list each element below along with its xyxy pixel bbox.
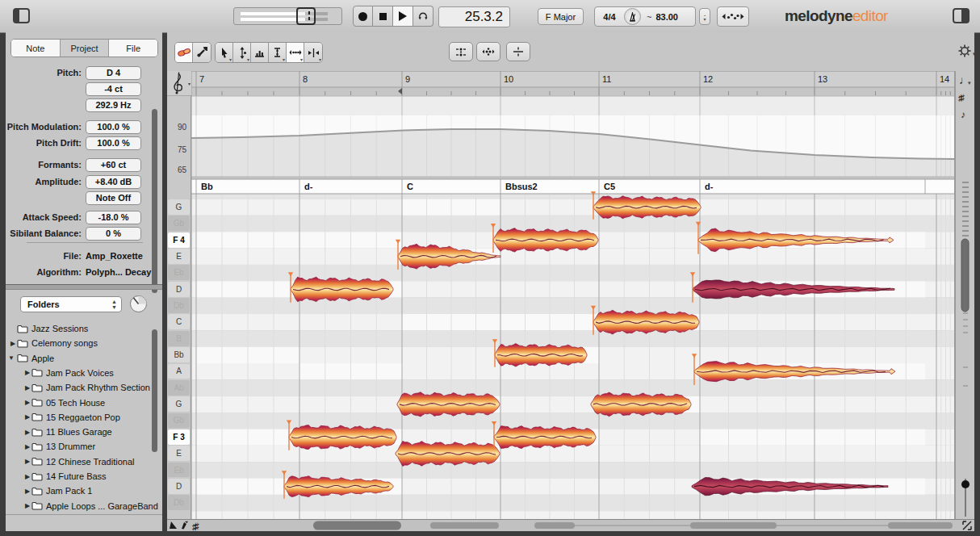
chord-label[interactable]: d- <box>304 182 313 191</box>
pitch-key-Ab3[interactable]: Ab <box>168 380 190 396</box>
browser-filter-select[interactable]: Folders ▲▼ <box>20 296 122 312</box>
pitch-key-Gb4[interactable]: Gb <box>168 216 190 231</box>
browser-item[interactable]: ▶05 Tech House <box>25 396 105 410</box>
pitch-key-E4[interactable]: E <box>168 249 190 264</box>
window-layout-toggle-icon[interactable] <box>953 8 970 23</box>
clef-selector[interactable]: ▾ <box>167 71 191 96</box>
browser-item[interactable]: ▶Apple Loops ... GarageBand <box>25 499 158 513</box>
zoom-resize-icon[interactable] <box>963 521 971 530</box>
browser-item[interactable]: ▶Celemony songs <box>10 336 98 350</box>
button-macro-pitch[interactable] <box>449 42 473 61</box>
panel-splitter[interactable] <box>6 284 162 290</box>
overview-segment[interactable] <box>888 522 953 529</box>
tool-separation-tool[interactable]: ▾ <box>304 43 322 62</box>
chord-label[interactable]: Bbsus2 <box>505 182 538 191</box>
browser-knob[interactable] <box>129 295 148 313</box>
disclosure-right-icon[interactable]: ▶ <box>25 369 31 376</box>
pitch-key-F3[interactable]: F 3 <box>168 429 190 445</box>
editor-canvas[interactable]: 7891011121314Bbd-CBbsus2C5d- <box>191 71 955 519</box>
pitch-key-G4[interactable]: G <box>168 199 190 215</box>
browser-item[interactable]: ▶Jam Pack Rhythm Section <box>25 380 150 395</box>
inspector-field[interactable]: -4 ct <box>86 82 141 96</box>
browser-item[interactable]: ▶12 Chinese Traditional <box>25 454 134 469</box>
pitch-key-E3[interactable]: E <box>168 446 190 461</box>
overview-bar[interactable]: ♯♯ <box>167 519 974 531</box>
chord-label[interactable]: d- <box>705 182 714 191</box>
inspector-scrollbar[interactable] <box>152 109 157 293</box>
double-sharp-icon[interactable]: ♯♯ <box>958 93 965 103</box>
chord-label[interactable]: C5 <box>604 182 615 191</box>
tool-wrench-tool[interactable] <box>193 43 211 62</box>
cycle-ruler[interactable] <box>191 87 955 96</box>
cycle-button[interactable] <box>413 6 433 27</box>
pitch-key-Gb3[interactable]: Gb <box>168 413 190 429</box>
disclosure-right-icon[interactable]: ▶ <box>25 429 31 436</box>
song-position-display[interactable]: 25.3.2 <box>438 6 510 27</box>
monitor-meter-widget[interactable] <box>233 7 342 25</box>
browser-item[interactable]: ▶Jam Pack Voices <box>25 366 114 380</box>
pitch-key-Eb4[interactable]: Eb <box>168 265 190 280</box>
inspector-field[interactable]: -18.0 % <box>86 211 141 224</box>
key-button[interactable]: F Major <box>538 8 584 25</box>
disclosure-down-icon[interactable]: ▼ <box>8 354 17 362</box>
tempo-stepper-button[interactable]: . ▾ <box>699 8 710 25</box>
tab-note[interactable]: Note <box>11 40 61 57</box>
pitch-key-Bb3[interactable]: Bb <box>168 347 190 362</box>
inspector-button[interactable]: Note Off <box>86 191 141 205</box>
browser-item[interactable]: ▼Apple <box>10 351 54 366</box>
pencil-icon[interactable] <box>182 521 188 530</box>
disclosure-right-icon[interactable]: ▶ <box>25 384 31 392</box>
browser-item[interactable]: Jazz Sessions <box>10 321 88 336</box>
tool-pitch-tool[interactable]: ▾ <box>233 43 251 62</box>
pitch-key-C4[interactable]: C <box>168 314 190 329</box>
browser-item[interactable]: ▶Jam Pack 1 <box>25 484 92 498</box>
note-assignment-button[interactable] <box>717 6 749 27</box>
tool-blob-tool[interactable] <box>175 43 193 62</box>
stop-button[interactable] <box>373 6 393 27</box>
tab-project[interactable]: Project <box>61 40 110 57</box>
browser-item[interactable]: ▶14 Future Bass <box>25 469 107 484</box>
sidebar-toggle-icon[interactable] <box>13 8 30 23</box>
button-macro-timing[interactable] <box>476 42 500 61</box>
disclosure-right-icon[interactable]: ▶ <box>25 443 31 450</box>
disclosure-right-icon[interactable]: ▶ <box>25 473 31 480</box>
inspector-field[interactable]: +60 ct <box>86 158 141 172</box>
disclosure-right-icon[interactable]: ▶ <box>25 399 31 406</box>
strip-canvas[interactable]: ♩▾♯♯♪ <box>956 71 974 519</box>
browser-item[interactable]: ▶15 Reggaeton Pop <box>25 410 120 425</box>
tab-file[interactable]: File <box>109 40 157 57</box>
disclosure-right-icon[interactable]: ▶ <box>25 488 31 495</box>
chord-label[interactable]: C <box>407 182 413 191</box>
browser-scrollbar[interactable] <box>152 329 157 452</box>
pitch-key-D4[interactable]: D <box>168 282 190 297</box>
eighth-note-icon[interactable]: ♪ <box>961 109 965 120</box>
note-blob-C4[interactable] <box>593 310 699 334</box>
tool-timing-tool[interactable]: ▾ <box>287 43 304 62</box>
tool-amplitude-tool[interactable]: ▾ <box>269 43 287 62</box>
inspector-field[interactable]: 100.0 % <box>86 136 141 150</box>
pitch-key-Db4[interactable]: Db <box>168 298 190 313</box>
overview-segment[interactable] <box>690 522 777 529</box>
disclosure-right-icon[interactable]: ▶ <box>25 413 31 421</box>
button-macro-separation[interactable] <box>506 42 530 61</box>
overview-segment[interactable] <box>430 522 499 529</box>
overview-segment[interactable] <box>313 521 401 530</box>
pitch-key-F4[interactable]: F 4 <box>168 232 190 248</box>
tool-pointer-tool[interactable]: ▾ <box>216 43 233 62</box>
playback-cursor-icon[interactable] <box>170 521 177 529</box>
tool-formant-tool[interactable] <box>251 43 269 62</box>
pitch-key-G3[interactable]: G <box>168 396 190 412</box>
pitch-key-A3[interactable]: A <box>168 364 190 379</box>
disclosure-right-icon[interactable]: ▶ <box>10 340 17 347</box>
meter-handle[interactable] <box>296 7 316 25</box>
pitch-key-D3[interactable]: D <box>168 479 190 494</box>
record-button[interactable] <box>353 6 373 27</box>
inspector-field[interactable]: +8.40 dB <box>86 175 141 189</box>
inspector-field[interactable]: D 4 <box>86 66 141 80</box>
metronome-icon[interactable] <box>624 8 641 25</box>
note-blob-F3[interactable] <box>289 425 396 450</box>
disclosure-right-icon[interactable]: ▶ <box>25 502 31 509</box>
play-button[interactable] <box>393 6 413 27</box>
zoom-slider-knob[interactable] <box>961 480 970 488</box>
chord-label[interactable]: Bb <box>201 182 213 191</box>
